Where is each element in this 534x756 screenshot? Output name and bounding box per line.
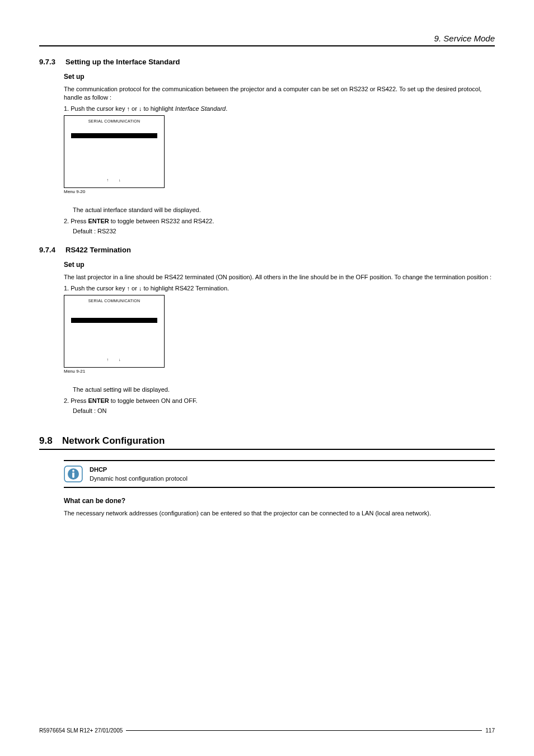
step-2: 2. Press ENTER to toggle between RS232 a… (64, 218, 495, 224)
section-title: Setting up the Interface Standard (65, 58, 180, 66)
what-can-be-done-subhead: What can be done? (64, 497, 495, 505)
default-value: Default : ON (73, 407, 495, 414)
section-title: Network Configuration (62, 435, 165, 446)
section-9-8-heading: 9.8 Network Configuration (39, 435, 495, 450)
menu-arrows: ↑ ↓ (64, 178, 164, 183)
info-text: DHCP Dynamic host configuration protocol (90, 466, 188, 482)
section-num: 9.8 (39, 435, 60, 447)
section-9-7-4-heading: 9.7.4 RS422 Termination (39, 246, 495, 254)
default-value: Default : RS232 (73, 228, 495, 234)
footer-rule (126, 730, 482, 731)
section-9-7-3-heading: 9.7.3 Setting up the Interface Standard (39, 58, 495, 66)
chapter-header: 9. Service Mode (39, 34, 495, 46)
info-callout: DHCP Dynamic host configuration protocol (64, 460, 495, 488)
step-result: The actual setting will be displayed. (73, 386, 495, 393)
setup-subhead: Set up (64, 261, 495, 269)
setup-subhead: Set up (64, 73, 495, 81)
footer-page-number: 117 (485, 727, 495, 734)
footer-left: R5976654 SLM R12+ 27/01/2005 (39, 727, 123, 734)
menu-title: SERIAL COMMUNICATION (67, 299, 162, 304)
step-em: Interface Standard (175, 105, 226, 112)
svg-point-2 (72, 469, 74, 472)
menu-highlight (71, 318, 157, 323)
menu-caption: Menu 9-21 (64, 369, 495, 374)
menu-highlight (71, 133, 157, 138)
paragraph: The necessary network addresses (configu… (64, 509, 495, 518)
paragraph: The last projector in a line should be R… (64, 273, 495, 281)
section-num: 9.7.3 (39, 58, 64, 66)
section-title: RS422 Termination (65, 246, 131, 254)
step-suffix: . (226, 105, 227, 112)
info-icon (64, 466, 83, 482)
step-bold: ENTER (88, 218, 109, 224)
svg-rect-3 (72, 472, 74, 477)
step-bold: ENTER (88, 397, 109, 404)
step-1: 1. Push the cursor key ↑ or ↓ to highlig… (64, 285, 495, 292)
step-1: 1. Push the cursor key ↑ or ↓ to highlig… (64, 105, 495, 112)
step-text: 2. Press (64, 397, 88, 404)
step-2: 2. Press ENTER to toggle between ON and … (64, 397, 495, 404)
step-result: The actual interface standard will be di… (73, 206, 495, 213)
step-text: 1. Push the cursor key ↑ or ↓ to highlig… (64, 105, 175, 112)
info-title: DHCP (90, 466, 188, 473)
section-num: 9.7.4 (39, 246, 64, 254)
info-body: Dynamic host configuration protocol (90, 475, 188, 482)
menu-box-9-21: SERIAL COMMUNICATION BAUDRATE INTERFACE … (64, 295, 165, 368)
menu-title: SERIAL COMMUNICATION (67, 119, 162, 124)
menu-caption: Menu 9-20 (64, 189, 495, 194)
step-text: 2. Press (64, 218, 88, 224)
menu-box-9-20: SERIAL COMMUNICATION BAUDRATE RS422 TERM… (64, 115, 165, 188)
step-suffix: to toggle between ON and OFF. (109, 397, 198, 404)
paragraph: The communication protocol for the commu… (64, 85, 495, 102)
page-footer: R5976654 SLM R12+ 27/01/2005 117 (39, 727, 495, 734)
step-suffix: to toggle between RS232 and RS422. (109, 218, 214, 224)
menu-arrows: ↑ ↓ (64, 358, 164, 363)
